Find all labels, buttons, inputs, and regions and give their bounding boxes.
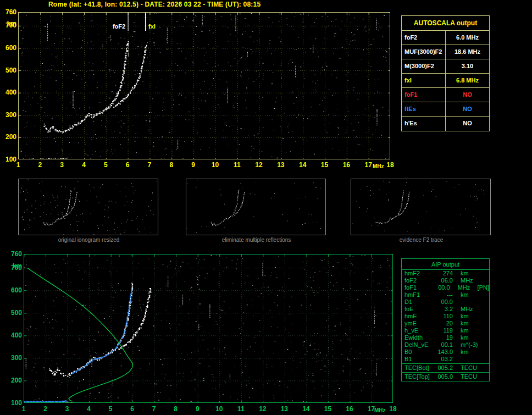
autoscala-param-value: 6.0 MHz xyxy=(446,31,489,45)
aip-param-value: 3.2 xyxy=(436,306,453,313)
aip-row-h_vE: h_vE119km xyxy=(402,327,489,334)
autoscala-param-value: 3.10 xyxy=(446,59,489,73)
aip-param-value: 19 xyxy=(436,334,453,341)
aip-param-value: --- xyxy=(436,291,453,298)
autoscala-param-value: NO xyxy=(446,117,489,131)
autoscala-table-title: AUTOSCALA output xyxy=(402,16,489,31)
aip-param-unit: km xyxy=(461,334,479,341)
trace-layer xyxy=(24,268,152,403)
trace-layer xyxy=(375,190,409,224)
x-tick-label: 15 xyxy=(322,405,333,413)
bottom-ionogram-plot xyxy=(24,254,393,403)
x-tick-label: 16 xyxy=(344,405,355,413)
aip-row-D1: D100.0 xyxy=(402,298,489,306)
aip-row-DelN_vE: DelN_vE00.1m^(-3) xyxy=(402,341,489,348)
aip-param-value: 143.0 xyxy=(436,348,453,356)
thumbnail-evidence-f2-trace xyxy=(351,179,491,235)
x-tick-label: 11 xyxy=(235,405,246,413)
x-tick-label: 13 xyxy=(279,405,290,413)
grid xyxy=(19,13,390,159)
y-tick-label: 600 xyxy=(7,286,22,294)
aip-row-TEC[Bot]: TEC[Bot]005.2TECU xyxy=(402,364,489,372)
aip-param-note: [PN] xyxy=(478,284,489,291)
aip-param-label: foE xyxy=(404,306,436,313)
x-tick-label: 9 xyxy=(192,405,203,413)
aip-param-value: 00.0 xyxy=(436,298,453,306)
aip-param-label: foF1 xyxy=(404,284,434,291)
autoscala-param-label: fxI xyxy=(402,74,446,87)
aip-row-hmF1: hmF1---km xyxy=(402,291,489,298)
x-axis-unit-label: MHz xyxy=(373,163,384,169)
aip-row-TEC[Top]: TEC[Top]005.0TECU xyxy=(402,373,489,380)
aip-param-label: ymE xyxy=(404,320,436,327)
x-tick-label: 13 xyxy=(275,161,286,169)
aip-separator xyxy=(402,372,489,373)
autoscala-param-value: NO xyxy=(446,102,489,116)
aip-param-value: 00.0 xyxy=(434,284,450,291)
aip-param-label: hmE xyxy=(404,313,436,320)
frame-ticks xyxy=(19,13,390,159)
screen: { "header": { "title": "Rome (lat: +41.8… xyxy=(0,0,532,415)
aip-row-B0: B0143.0km xyxy=(402,348,489,356)
x-tick-label: 10 xyxy=(209,161,220,169)
noise-layer xyxy=(19,13,390,159)
x-tick-label: 18 xyxy=(385,161,396,169)
aip-row-ymE: ymE20km xyxy=(402,320,489,327)
y-axis-unit-label: km xyxy=(1,20,16,27)
autoscala-param-value: 6.8 MHz xyxy=(446,74,489,87)
y-tick-label: 400 xyxy=(1,88,16,96)
aip-row-B1: B103.2 xyxy=(402,356,489,363)
thumbnail-caption-evidence: evidence F2 trace xyxy=(351,237,492,243)
aip-param-label: TEC[Bot] xyxy=(404,364,436,372)
profile-curve xyxy=(27,268,133,401)
x-tick-label: 16 xyxy=(341,161,352,169)
aip-row-hmE: hmE110km xyxy=(402,313,489,320)
aip-param-value: 06.0 xyxy=(436,277,453,284)
autoscala-row-foF2: foF26.0 MHz xyxy=(402,31,489,45)
x-tick-label: 9 xyxy=(188,161,199,169)
aip-param-unit: km xyxy=(461,291,479,298)
marker-label-foF2: foF2 xyxy=(113,23,125,30)
thumbnail-caption-eliminate: eliminate multiple reflections xyxy=(186,237,327,243)
aip-param-unit xyxy=(461,356,479,363)
x-tick-label: 6 xyxy=(127,405,138,413)
noise-layer xyxy=(352,181,484,231)
aip-param-label: B1 xyxy=(404,356,436,363)
x-tick-label: 3 xyxy=(62,405,73,413)
autoscala-row-h'Es: h'EsNO xyxy=(402,117,489,131)
aip-param-unit: TECU xyxy=(461,364,479,372)
aip-param-value: 110 xyxy=(436,313,453,320)
x-tick-label: 6 xyxy=(122,161,133,169)
autoscala-row-MUF(3000)F2: MUF(3000)F218.6 MHz xyxy=(402,45,489,59)
x-tick-label: 14 xyxy=(301,405,312,413)
autoscala-param-value: 18.6 MHz xyxy=(446,45,489,59)
aip-param-value: 20 xyxy=(436,320,453,327)
x-tick-label: 8 xyxy=(170,405,181,413)
aip-param-unit: MHz xyxy=(461,277,479,284)
aip-param-unit: km xyxy=(461,270,479,277)
x-tick-label: 14 xyxy=(297,161,308,169)
aip-param-value: 005.0 xyxy=(436,373,453,380)
y-tick-label: 760 xyxy=(7,250,22,258)
x-tick-label: 10 xyxy=(214,405,225,413)
autoscala-table: AUTOSCALA output foF26.0 MHzMUF(3000)F21… xyxy=(401,15,490,131)
x-tick-label: 8 xyxy=(166,161,177,169)
aip-param-unit: MHz xyxy=(458,284,475,291)
thumbnail-eliminate-reflections xyxy=(186,179,326,235)
aip-param-unit xyxy=(461,298,479,306)
annotation-layer: foF2fxI xyxy=(113,13,156,31)
aip-param-unit: km xyxy=(461,348,479,356)
autoscala-param-label: foF1 xyxy=(402,88,446,102)
noise-layer xyxy=(186,180,320,235)
x-tick-label: 12 xyxy=(257,405,268,413)
x-tick-label: 7 xyxy=(148,405,159,413)
trace-layer xyxy=(211,190,245,226)
aip-separator xyxy=(402,363,489,364)
x-tick-label: 18 xyxy=(387,405,398,413)
marker-label-fxI: fxI xyxy=(148,23,156,30)
x-tick-label: 4 xyxy=(84,405,95,413)
autoscala-param-label: MUF(3000)F2 xyxy=(402,45,446,59)
aip-table: AIP output hmF2274kmfoF206.0MHzfoF100.0M… xyxy=(401,258,490,381)
page-title: Rome (lat: +41.8, lon: 012.5) - DATE: 20… xyxy=(48,1,261,8)
y-tick-label: 100 xyxy=(1,156,16,163)
